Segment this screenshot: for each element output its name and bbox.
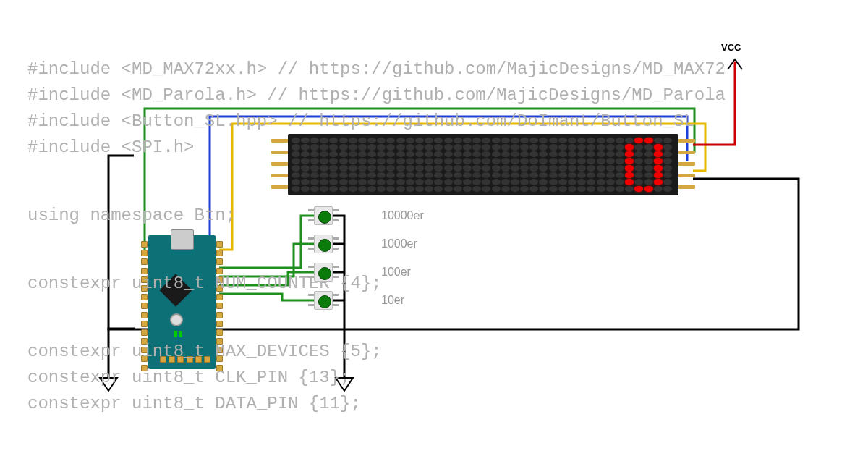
code-line: #include <MD_MAX72xx.h> // https://githu… [27,59,726,79]
nano-pin [141,321,148,327]
nano-pin [216,250,223,256]
nano-pin [141,294,148,300]
vcc-arrow [728,59,742,69]
code-line: #include <MD_Parola.h> // https://github… [27,85,726,105]
push-button-0 [314,206,333,225]
push-button-2 [314,263,333,282]
code-line: #include <SPI.h> [27,138,194,157]
matrix-pin [678,174,695,177]
button-label: 10er [381,294,404,307]
code-line: constexpr uint8_t CLK_PIN {13}; [27,368,350,387]
reset-button [170,313,183,326]
matrix-pin [678,185,695,189]
nano-pin [216,321,223,327]
push-button-pins [308,266,314,278]
nano-pin [141,250,148,256]
nano-pin [141,329,148,336]
push-button-pins [308,294,314,306]
wire [219,244,314,276]
push-button-pins [333,294,339,306]
matrix-pin [271,174,288,177]
nano-pin [141,241,148,248]
button-label: 1000er [381,237,417,250]
matrix-pin [678,162,695,166]
button-label: 100er [381,266,411,279]
usb-connector [171,229,194,250]
push-button-pins [308,209,314,221]
code-line: using namespace Btn; [27,206,236,225]
power-led [174,331,177,337]
nano-pin [216,294,223,300]
nano-pin [141,258,148,265]
nano-pin [216,312,223,318]
matrix-pin [678,151,695,154]
nano-pin [141,303,148,309]
nano-pin [216,241,223,248]
matrix-pin [271,162,288,166]
code-line: constexpr uint8_t MAX_DEVICES {5}; [27,342,382,361]
nano-pin [216,303,223,309]
matrix-grid [288,134,678,195]
push-button-pins [308,237,314,250]
code-line: #include <Button_SL.hpp> // https://gith… [27,111,694,131]
matrix-pin [271,139,288,143]
vcc-label: VCC [721,42,741,53]
matrix-pins-left [271,139,288,189]
tx-led [179,331,182,337]
matrix-pins-right [678,139,695,189]
led-matrix [288,134,678,195]
push-button-pins [333,209,339,221]
nano-pin [216,329,223,336]
matrix-pin [678,139,695,143]
code-line: constexpr uint8_t DATA_PIN {11}; [27,394,361,413]
push-button-1 [314,235,333,253]
nano-pin [216,258,223,265]
push-button-pins [333,266,339,278]
button-label: 10000er [381,209,424,222]
nano-pin [141,312,148,318]
wire [219,294,314,300]
push-button-3 [314,291,333,310]
matrix-pin [271,151,288,154]
push-button-pins [333,237,339,250]
matrix-pin [271,185,288,189]
